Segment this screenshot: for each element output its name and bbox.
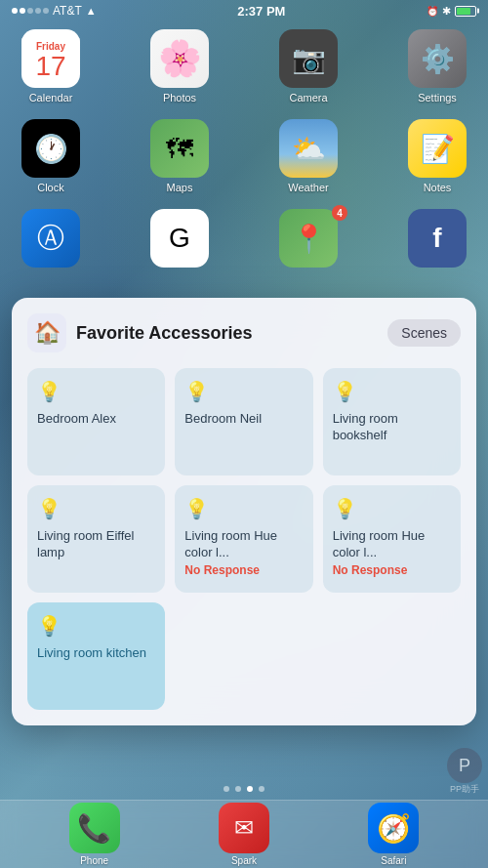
accessory-name-bedroom-neil: Bedroom Neil (184, 411, 262, 428)
accessory-status-hue2: No Response (333, 563, 408, 577)
signal-dot-5 (43, 8, 49, 14)
accessory-name-kitchen: Living room kitchen (37, 645, 146, 662)
page-dot-2 (235, 786, 241, 792)
home-screen: Friday 17 Calendar 🌸 Photos 📷 Camera ⚙️ … (0, 21, 488, 295)
accessory-bedroom-neil[interactable]: 💡 Bedroom Neil (175, 368, 312, 475)
signal-strength (12, 8, 49, 14)
signal-dot-1 (12, 8, 18, 14)
panel-title: Favorite Accessories (76, 323, 252, 344)
status-left: AT&T ▲ (12, 4, 97, 18)
dock-phone-label: Phone (80, 855, 108, 866)
watermark-text: PP助手 (447, 783, 482, 796)
page-dot-3 (247, 786, 253, 792)
photos-label: Photos (163, 92, 196, 103)
bluetooth-icon: ✱ (442, 5, 451, 18)
app-notes[interactable]: 📝 Notes (402, 119, 472, 193)
spark-icon: ✉ (219, 803, 269, 853)
battery-indicator (455, 6, 476, 17)
panel-header: 🏠 Favorite Accessories Scenes (27, 313, 461, 352)
app-maps[interactable]: 🗺 Maps (144, 119, 215, 193)
calendar-date: 17 (35, 53, 65, 80)
accessory-name-bookshelf: Living room bookshelf (333, 411, 451, 444)
signal-dot-2 (20, 8, 25, 14)
status-right: ⏰ ✱ (427, 5, 476, 18)
accessory-living-bookshelf[interactable]: 💡 Living room bookshelf (323, 368, 461, 475)
accessory-name-hue1: Living room Hue color l... (184, 528, 303, 561)
watermark: P PP助手 (447, 748, 482, 796)
accessory-name-hue2: Living room Hue color l... (333, 528, 451, 561)
app-mappin[interactable]: 📍 4 (273, 209, 344, 271)
bulb-icon-bookshelf: 💡 (333, 380, 357, 403)
panel-title-group: 🏠 Favorite Accessories (27, 313, 252, 352)
accessories-grid: 💡 Bedroom Alex 💡 Bedroom Neil 💡 Living r… (27, 368, 461, 710)
accessory-living-hue1[interactable]: 💡 Living room Hue color l... No Response (175, 485, 312, 593)
app-row-2: 🕐 Clock 🗺 Maps ⛅ Weather 📝 Notes (16, 119, 472, 193)
app-row-3: Ⓐ G 📍 4 f (16, 209, 472, 271)
maps-icon: 🗺 (150, 119, 209, 178)
google-icon: G (150, 209, 209, 268)
appstore-icon: Ⓐ (21, 209, 80, 268)
home-icon: 🏠 (27, 313, 66, 352)
page-dot-1 (224, 786, 229, 792)
app-settings[interactable]: ⚙️ Settings (402, 29, 472, 103)
phone-icon: 📞 (69, 803, 120, 853)
app-facebook[interactable]: f (402, 209, 472, 271)
weather-icon: ⛅ (279, 119, 338, 178)
app-camera[interactable]: 📷 Camera (273, 29, 344, 103)
app-weather[interactable]: ⛅ Weather (273, 119, 344, 193)
clock-label: Clock (37, 182, 64, 193)
dock-spark-label: Spark (231, 855, 257, 866)
maps-label: Maps (167, 182, 193, 193)
app-photos[interactable]: 🌸 Photos (144, 29, 215, 103)
weather-label: Weather (288, 182, 328, 193)
camera-icon: 📷 (279, 29, 338, 88)
battery-fill (457, 8, 470, 15)
accessory-name-bedroom-alex: Bedroom Alex (37, 411, 116, 428)
app-clock[interactable]: 🕐 Clock (16, 119, 86, 193)
app-calendar[interactable]: Friday 17 Calendar (16, 29, 86, 103)
dock-phone[interactable]: 📞 Phone (69, 803, 120, 866)
bulb-icon-kitchen: 💡 (37, 614, 61, 638)
photos-icon: 🌸 (150, 29, 209, 88)
accessory-living-eiffel[interactable]: 💡 Living room Eiffel lamp (27, 485, 165, 593)
facebook-icon: f (408, 209, 467, 268)
home-panel: 🏠 Favorite Accessories Scenes 💡 Bedroom … (12, 298, 476, 725)
signal-dot-4 (35, 8, 41, 14)
accessory-living-hue2[interactable]: 💡 Living room Hue color l... No Response (323, 485, 461, 593)
dock-safari-label: Safari (381, 855, 406, 866)
settings-label: Settings (418, 92, 457, 103)
scenes-button[interactable]: Scenes (387, 319, 461, 347)
camera-label: Camera (289, 92, 327, 103)
bulb-icon-bedroom-neil: 💡 (184, 380, 209, 403)
app-appstore[interactable]: Ⓐ (16, 209, 86, 271)
mappin-icon: 📍 (279, 209, 338, 268)
app-row-1: Friday 17 Calendar 🌸 Photos 📷 Camera ⚙️ … (16, 29, 472, 103)
dock-spark[interactable]: ✉ Spark (219, 803, 269, 866)
calendar-label: Calendar (29, 92, 73, 103)
status-bar: AT&T ▲ 2:37 PM ⏰ ✱ (0, 0, 488, 21)
calendar-icon: Friday 17 (21, 29, 80, 88)
bulb-icon-bedroom-alex: 💡 (37, 380, 61, 403)
mappin-badge: 4 (332, 205, 347, 221)
accessory-living-kitchen[interactable]: 💡 Living room kitchen (27, 602, 165, 710)
bulb-icon-hue2: 💡 (333, 497, 357, 520)
safari-icon: 🧭 (368, 803, 419, 853)
dock: 📞 Phone ✉ Spark 🧭 Safari (0, 800, 488, 868)
wifi-icon: ▲ (86, 5, 97, 17)
accessory-name-eiffel: Living room Eiffel lamp (37, 528, 155, 561)
settings-icon: ⚙️ (408, 29, 467, 88)
page-dots (0, 786, 488, 792)
app-google[interactable]: G (144, 209, 215, 271)
notes-icon: 📝 (408, 119, 467, 178)
signal-dot-3 (27, 8, 33, 14)
clock-icon: 🕐 (21, 119, 80, 178)
alarm-icon: ⏰ (427, 6, 438, 17)
dock-safari[interactable]: 🧭 Safari (368, 803, 419, 866)
page-dot-4 (259, 786, 264, 792)
watermark-icon: P (447, 748, 482, 783)
accessory-bedroom-alex[interactable]: 💡 Bedroom Alex (27, 368, 165, 475)
notes-label: Notes (424, 182, 452, 193)
carrier-label: AT&T (53, 4, 82, 18)
accessory-status-hue1: No Response (184, 563, 260, 577)
bulb-icon-hue1: 💡 (184, 497, 209, 520)
